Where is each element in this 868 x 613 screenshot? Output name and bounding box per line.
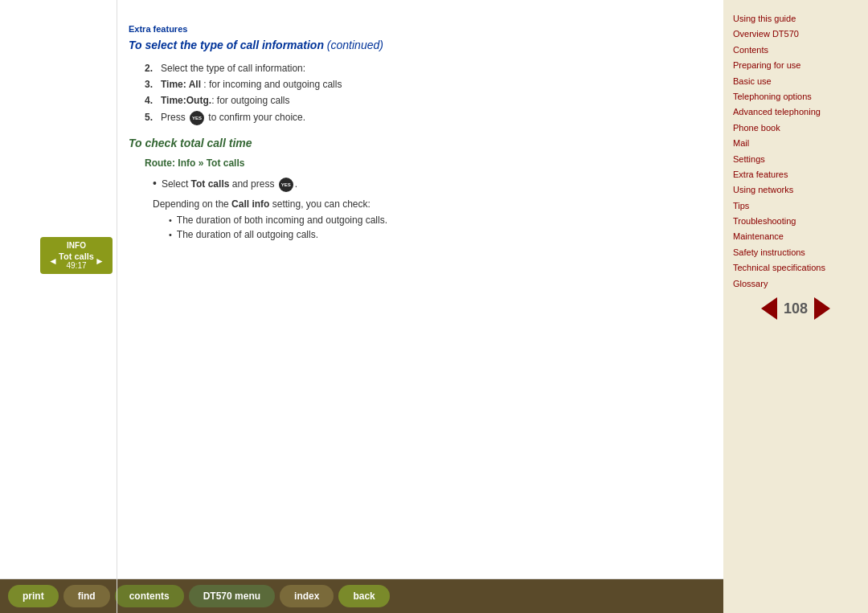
step-2-num: 2. [145, 63, 156, 74]
sub-bullet-2-text: The duration of all outgoing calls. [177, 229, 318, 240]
step-3-text: Time: All : for incoming and outgoing ca… [161, 79, 342, 90]
sidebar-link-settings[interactable]: Settings [733, 153, 858, 166]
bullet-select-tot-text: Select Tot calls and press . [162, 178, 297, 192]
info-row: ◄ Tot calls 49:17 ► [48, 251, 104, 270]
find-button[interactable]: find [63, 585, 110, 607]
main-container: INFO ◄ Tot calls 49:17 ► Extra features … [0, 0, 868, 613]
sidebar-nav: Using this guide Overview DT570 Contents… [733, 12, 858, 291]
step-3: 3. Time: All : for incoming and outgoing… [145, 79, 691, 90]
index-button[interactable]: index [280, 585, 334, 607]
step-5-num: 5. [145, 112, 156, 123]
info-title: INFO [48, 241, 104, 250]
sidebar-link-troubleshooting[interactable]: Troubleshooting [733, 215, 858, 228]
page-number: 108 [784, 300, 808, 317]
extra-features-label: Extra features [129, 24, 691, 34]
sidebar-link-telephoning-options[interactable]: Telephoning options [733, 90, 858, 104]
sidebar-link-extra-features[interactable]: Extra features [733, 168, 858, 182]
step-4-num: 4. [145, 95, 156, 106]
sidebar-link-using-this-guide[interactable]: Using this guide [733, 12, 858, 26]
bullet-list-main: Select Tot calls and press . [153, 177, 691, 192]
toolbar: print find contents DT570 menu index bac… [0, 579, 723, 613]
yes-btn-icon-2 [279, 178, 293, 192]
yes-button-icon [190, 111, 204, 125]
step-2-text: Select the type of call information: [161, 63, 305, 74]
sidebar-link-advanced-telephoning[interactable]: Advanced telephoning [733, 105, 858, 119]
sidebar-link-overview[interactable]: Overview DT570 [733, 27, 858, 41]
info-time: 49:17 [59, 261, 94, 270]
info-widget: INFO ◄ Tot calls 49:17 ► [40, 237, 113, 274]
sidebar-link-phone-book[interactable]: Phone book [733, 121, 858, 135]
sub-bullet-1: The duration of both incoming and outgoi… [169, 215, 691, 226]
sidebar-link-contents[interactable]: Contents [733, 43, 858, 57]
sidebar: Using this guide Overview DT570 Contents… [723, 0, 868, 613]
content-body: INFO ◄ Tot calls 49:17 ► Extra features … [0, 0, 723, 578]
section1-title-bold: To select the type of call information [129, 39, 324, 51]
next-page-arrow[interactable] [814, 297, 830, 320]
print-button[interactable]: print [8, 585, 59, 607]
route-text: Info » Tot calls [178, 157, 244, 169]
dt570-menu-button[interactable]: DT570 menu [189, 585, 275, 607]
step-4-text: Time:Outg.: for outgoing calls [161, 95, 290, 106]
step-3-num: 3. [145, 79, 156, 90]
sidebar-link-mail[interactable]: Mail [733, 137, 858, 150]
info-value: Tot calls [59, 251, 94, 261]
numbered-list: 2. Select the type of call information: … [145, 63, 691, 125]
content-area: INFO ◄ Tot calls 49:17 ► Extra features … [0, 0, 723, 613]
route-label: Route: [145, 157, 175, 169]
sub-bullet-1-text: The duration of both incoming and outgoi… [177, 215, 387, 226]
step-5: 5. Press to confirm your choice. [145, 111, 691, 125]
sidebar-link-using-networks[interactable]: Using networks [733, 183, 858, 197]
sidebar-link-preparing[interactable]: Preparing for use [733, 59, 858, 72]
sidebar-link-tips[interactable]: Tips [733, 199, 858, 213]
info-next-arrow[interactable]: ► [95, 255, 104, 267]
step-5-text: Press to confirm your choice. [161, 111, 305, 125]
page-nav: 108 [733, 291, 858, 323]
step-2: 2. Select the type of call information: [145, 63, 691, 74]
step-4: 4. Time:Outg.: for outgoing calls [145, 95, 691, 106]
back-button[interactable]: back [338, 585, 389, 607]
section2-title: To check total call time [129, 137, 691, 149]
sidebar-link-safety[interactable]: Safety instructions [733, 246, 858, 260]
info-prev-arrow[interactable]: ◄ [48, 255, 58, 267]
left-gutter [117, 0, 117, 578]
sidebar-link-basic-use[interactable]: Basic use [733, 75, 858, 88]
sidebar-link-glossary[interactable]: Glossary [733, 277, 858, 291]
contents-button[interactable]: contents [115, 585, 184, 607]
bullet-select-tot: Select Tot calls and press . [153, 177, 691, 192]
prev-page-arrow[interactable] [761, 297, 777, 320]
call-info-bold: Call info [231, 198, 269, 210]
sub-bullet-2: The duration of all outgoing calls. [169, 229, 691, 240]
section1-title: To select the type of call information (… [129, 39, 691, 51]
sub-bullet-list: The duration of both incoming and outgoi… [169, 215, 691, 240]
bottom-area: print find contents DT570 menu index bac… [0, 578, 723, 613]
sidebar-link-maintenance[interactable]: Maintenance [733, 230, 858, 243]
depend-text: Depending on the Call info setting, you … [153, 198, 691, 210]
section1-title-continued: (continued) [327, 39, 383, 51]
sidebar-link-technical[interactable]: Technical specifications [733, 261, 858, 275]
route-line: Route: Info » Tot calls [145, 157, 691, 169]
